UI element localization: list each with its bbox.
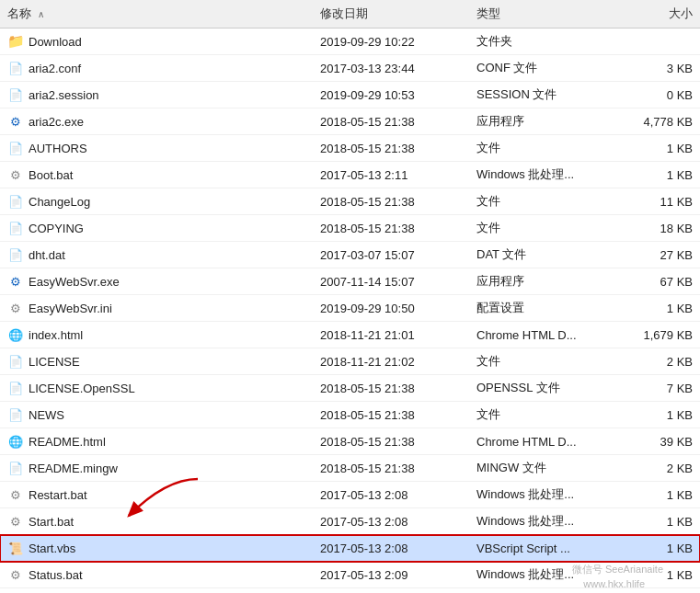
exe-icon: ⚙ (7, 113, 24, 130)
file-name-cell: ⚙aria2c.exe (0, 108, 313, 135)
table-row[interactable]: 📄ChangeLog2018-05-15 21:38文件11 KB (0, 188, 700, 215)
col-size[interactable]: 大小 (612, 0, 700, 29)
file-name-cell: ⚙EasyWebSvr.exe (0, 268, 313, 295)
file-type: 文件 (469, 215, 612, 242)
file-icon: 📄 (7, 406, 24, 423)
folder-icon: 📁 (7, 33, 24, 50)
table-row[interactable]: 📄LICENSE.OpenSSL2018-05-15 21:38OPENSSL … (0, 375, 700, 402)
file-type: 文件 (469, 402, 612, 428)
table-row[interactable]: ⚙Restart.bat2017-05-13 2:08Windows 批处理..… (0, 482, 700, 508)
table-row[interactable]: 📄dht.dat2017-03-07 15:07DAT 文件27 KB (0, 242, 700, 268)
file-size: 1 KB (612, 162, 700, 188)
file-name-cell: 📄LICENSE.OpenSSL (0, 375, 313, 402)
file-size: 11 KB (612, 188, 700, 215)
file-type: 文件 (469, 135, 612, 162)
file-list: 名称 ∧ 修改日期 类型 大小 📁Download2019-09-29 10:2… (0, 0, 700, 593)
file-name-cell: 📄aria2.session (0, 82, 313, 108)
file-icon: 📄 (7, 460, 24, 476)
file-size: 1 KB (612, 482, 700, 508)
table-row[interactable]: 📄AUTHORS2018-05-15 21:38文件1 KB (0, 135, 700, 162)
table-row[interactable]: 🌐index.html2018-11-21 21:01Chrome HTML D… (0, 322, 700, 348)
file-type: OPENSSL 文件 (469, 375, 612, 402)
html-icon: 🌐 (7, 326, 24, 343)
file-size: 67 KB (612, 268, 700, 295)
table-row[interactable]: 📁Download2019-09-29 10:22文件夹 (0, 29, 700, 55)
exe-icon: ⚙ (7, 273, 24, 290)
file-date: 2019-09-29 10:50 (313, 295, 469, 322)
file-icon: 📄 (7, 353, 24, 370)
file-size: 39 KB (612, 428, 700, 455)
file-size: 1 KB (612, 135, 700, 162)
file-size: 1 KB (612, 508, 700, 535)
file-date: 2017-05-13 2:09 (313, 562, 469, 588)
file-date: 2017-05-13 2:08 (313, 588, 469, 594)
file-name-cell: 📄ChangeLog (0, 188, 313, 215)
table-row[interactable]: ⚙Boot.bat2017-05-13 2:11Windows 批处理...1 … (0, 162, 700, 188)
file-type: Windows 批处理... (469, 508, 612, 535)
file-name-cell: 🌐README.html (0, 428, 313, 455)
file-name-cell: 📄LICENSE (0, 348, 313, 375)
file-date: 2018-05-15 21:38 (313, 375, 469, 402)
file-name-cell: ⚙Status.bat (0, 562, 313, 588)
bat-icon: ⚙ (7, 566, 24, 583)
file-name-cell: ⚙Start.bat (0, 508, 313, 535)
file-type: Chrome HTML D... (469, 322, 612, 348)
file-date: 2018-05-15 21:38 (313, 108, 469, 135)
file-icon: 📄 (7, 193, 24, 210)
bat-icon: ⚙ (7, 513, 24, 530)
file-date: 2017-05-13 2:11 (313, 162, 469, 188)
file-type: 应用程序 (469, 268, 612, 295)
table-row[interactable]: 🌐README.html2018-05-15 21:38Chrome HTML … (0, 428, 700, 455)
table-row[interactable]: 📄README.mingw2018-05-15 21:38MINGW 文件2 K… (0, 455, 700, 482)
file-date: 2018-05-15 21:38 (313, 455, 469, 482)
file-size: 4,778 KB (612, 108, 700, 135)
col-date[interactable]: 修改日期 (313, 0, 469, 29)
file-type: MINGW 文件 (469, 455, 612, 482)
col-type[interactable]: 类型 (469, 0, 612, 29)
bat-icon: ⚙ (7, 300, 24, 316)
file-table: 名称 ∧ 修改日期 类型 大小 📁Download2019-09-29 10:2… (0, 0, 700, 593)
file-type: Windows 批处理... (469, 562, 612, 588)
bat-icon: ⚙ (7, 166, 24, 183)
file-size: 1 KB (612, 535, 700, 562)
table-row[interactable]: ⚙Status.bat2017-05-13 2:09Windows 批处理...… (0, 562, 700, 588)
file-name-cell: ⚙Boot.bat (0, 162, 313, 188)
table-row[interactable]: ⚙Start.bat2017-05-13 2:08Windows 批处理...1… (0, 508, 700, 535)
file-size: 1 KB (612, 295, 700, 322)
table-row[interactable]: 📄NEWS2018-05-15 21:38文件1 KB (0, 402, 700, 428)
file-size: 7 KB (612, 375, 700, 402)
file-type: 文件 (469, 188, 612, 215)
file-date: 2007-11-14 15:07 (313, 268, 469, 295)
file-icon: 📄 (7, 380, 24, 396)
table-row[interactable]: 📄aria2.session2019-09-29 10:53SESSION 文件… (0, 82, 700, 108)
file-name-cell: 📄NEWS (0, 402, 313, 428)
table-row[interactable]: ⚙Stop.bat2017-05-13 2:08Windows 批处理...1 … (0, 588, 700, 594)
table-row[interactable]: 📄LICENSE2018-11-21 21:02文件2 KB (0, 348, 700, 375)
file-type: 配置设置 (469, 295, 612, 322)
file-size (612, 29, 700, 55)
file-icon: 📄 (7, 140, 24, 156)
file-type: Windows 批处理... (469, 482, 612, 508)
html-icon: 🌐 (7, 433, 24, 450)
file-type: 文件夹 (469, 29, 612, 55)
table-row[interactable]: ⚙EasyWebSvr.ini2019-09-29 10:50配置设置1 KB (0, 295, 700, 322)
file-name-cell: 📄aria2.conf (0, 55, 313, 82)
table-header: 名称 ∧ 修改日期 类型 大小 (0, 0, 700, 29)
file-name-cell: ⚙Restart.bat (0, 482, 313, 508)
file-type: 应用程序 (469, 108, 612, 135)
table-row[interactable]: 📄COPYING2018-05-15 21:38文件18 KB (0, 215, 700, 242)
file-type: Windows 批处理... (469, 588, 612, 594)
file-date: 2017-05-13 2:08 (313, 535, 469, 562)
file-date: 2018-05-15 21:38 (313, 402, 469, 428)
table-row[interactable]: 📄aria2.conf2017-03-13 23:44CONF 文件3 KB (0, 55, 700, 82)
file-type: DAT 文件 (469, 242, 612, 268)
file-size: 1 KB (612, 588, 700, 594)
table-row[interactable]: ⚙aria2c.exe2018-05-15 21:38应用程序4,778 KB (0, 108, 700, 135)
table-row[interactable]: ⚙EasyWebSvr.exe2007-11-14 15:07应用程序67 KB (0, 268, 700, 295)
file-type: 文件 (469, 348, 612, 375)
file-size: 3 KB (612, 55, 700, 82)
file-date: 2018-05-15 21:38 (313, 428, 469, 455)
col-name[interactable]: 名称 ∧ (0, 0, 313, 29)
file-name-cell: 📜Start.vbs (0, 535, 313, 562)
table-row[interactable]: 📜Start.vbs2017-05-13 2:08VBScript Script… (0, 535, 700, 562)
